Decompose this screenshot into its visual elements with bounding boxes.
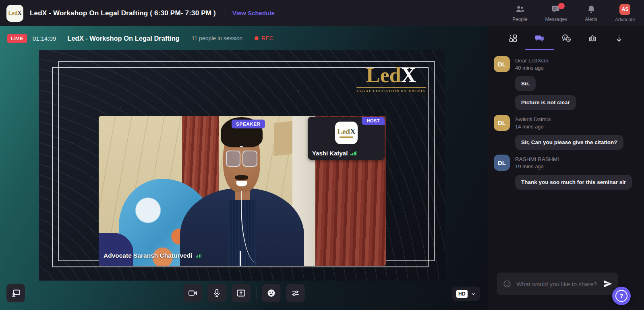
chat-avatar: DL (494, 155, 510, 171)
speaker-video-tile[interactable]: SPEAKER Advocate Saransh Chaturvedi HOST… (99, 116, 386, 266)
microphone-button[interactable] (208, 284, 226, 302)
question-mark-icon: ? (615, 290, 627, 302)
chat-message-group: DL Swikriti Dalmia 14 mins ago Sir, Can … (494, 115, 638, 150)
nav-alerts[interactable]: Alerts (585, 4, 597, 23)
chat-message-list: DL Dear LedXian 40 mins ago Sir, Picture… (488, 50, 644, 310)
signal-strength-icon (196, 254, 202, 258)
camera-icon (188, 288, 198, 298)
reactions-button[interactable] (262, 284, 281, 302)
chat-message-input[interactable] (516, 280, 599, 288)
apps-grid-icon (508, 33, 518, 43)
speaker-badge: SPEAKER (232, 120, 265, 128)
share-screen-button[interactable] (232, 284, 251, 302)
chat-sender-name: RASHMI RASHMI (515, 156, 559, 162)
advocate-avatar: AS (619, 4, 630, 15)
help-button[interactable]: ? (612, 287, 631, 305)
svg-text:A: A (567, 38, 569, 41)
chat-timestamp: 14 mins ago (515, 124, 551, 130)
settings-button[interactable] (286, 284, 305, 302)
arrow-down-icon (614, 33, 624, 43)
nav-people[interactable]: People (512, 4, 527, 23)
signal-strength-icon (350, 151, 356, 155)
chat-bubble: Sir, Can you please give the citation? (515, 135, 623, 150)
chat-avatar: DL (494, 56, 510, 72)
emoji-icon (267, 288, 276, 298)
sidebar-tabbar: QA (488, 26, 644, 50)
tab-collapse[interactable] (608, 26, 630, 50)
host-ledx-logo: LedX (335, 122, 358, 144)
bell-icon (586, 4, 596, 14)
send-icon (603, 279, 613, 289)
chat-composer (497, 273, 618, 295)
tab-polls[interactable] (581, 26, 604, 50)
session-title: LedX - Workshop On Legal Drafting (67, 35, 179, 42)
hd-quality-chip: HD (456, 290, 468, 298)
view-schedule-link[interactable]: View Schedule (232, 10, 275, 17)
chat-avatar: DL (494, 115, 510, 131)
tab-chat[interactable] (528, 26, 551, 50)
stage-ledx-logo: LedX LEGAL EDUCATION BY XPERTS (356, 65, 426, 93)
chat-icon (534, 33, 545, 43)
session-timer: 01:14:09 (33, 35, 56, 42)
chat-bubble: Picture is not clear (515, 95, 576, 110)
chat-timestamp: 19 mins ago (515, 163, 559, 169)
rec-dot-icon (255, 36, 259, 40)
sliders-icon (291, 288, 300, 298)
speaker-name-tag: Advocate Saransh Chaturvedi (104, 252, 201, 259)
send-message-button[interactable] (603, 279, 613, 289)
nav-advocate-profile[interactable]: AS Advocate (615, 4, 635, 23)
chat-sender-name: Swikriti Dalmia (515, 116, 551, 122)
microphone-icon (212, 288, 222, 298)
chat-timestamp: 40 mins ago (515, 65, 549, 71)
header-divider (224, 7, 224, 19)
chat-sidebar: QA DL Dear LedXian 40 mins ago Sir, Pi (488, 26, 644, 310)
messages-icon (551, 4, 561, 14)
host-name-tag: Yashi Katyal (312, 150, 356, 157)
call-toolbar (184, 284, 305, 302)
share-screen-icon (236, 288, 246, 298)
layout-view-icon (10, 288, 21, 298)
host-video-tile[interactable]: HOST LedX Yashi Katyal (308, 117, 385, 160)
messages-unread-badge (558, 3, 565, 9)
camera-button[interactable] (184, 284, 202, 302)
chat-bubble: Thank you soo much for this seminar sir (515, 175, 632, 190)
chat-message-group: DL Dear LedXian 40 mins ago Sir, Picture… (494, 56, 638, 110)
ledx-logo: LedX (6, 5, 23, 22)
toolbar-divider (256, 287, 257, 300)
speaker-person (173, 116, 311, 266)
chevron-down-icon (470, 291, 476, 297)
layout-view-button[interactable] (6, 284, 25, 302)
app-header: LedX LedX - Workshop On Legal Drafting (… (0, 0, 644, 26)
workshop-title: LedX - Workshop On Legal Drafting ( 6:30… (30, 9, 216, 17)
stage-backdrop: LedX LEGAL EDUCATION BY XPERTS (39, 50, 445, 281)
tab-apps[interactable] (502, 26, 524, 50)
qna-icon: QA (561, 33, 572, 43)
main-stage-area: LIVE 01:14:09 LedX - Workshop On Legal D… (0, 26, 488, 310)
emoji-picker-icon[interactable] (503, 279, 511, 288)
tab-qna[interactable]: QA (555, 26, 578, 50)
chat-message-group: DL RASHMI RASHMI 19 mins ago Thank you s… (494, 155, 638, 190)
session-bar: LIVE 01:14:09 LedX - Workshop On Legal D… (0, 26, 488, 50)
header-nav: People Messages Alerts AS Advocate (512, 4, 635, 23)
people-icon (515, 4, 525, 14)
nav-messages[interactable]: Messages (545, 4, 567, 23)
live-badge: LIVE (7, 34, 27, 43)
poll-bars-icon (588, 33, 597, 43)
attendance-count: 11 people in session (192, 35, 243, 41)
chat-sender-name: Dear LedXian (515, 58, 549, 64)
chat-bubble: Sir, (515, 76, 536, 91)
video-quality-selector[interactable]: HD (452, 287, 480, 301)
host-badge: HOST (362, 117, 385, 125)
recording-indicator: REC (255, 35, 273, 41)
